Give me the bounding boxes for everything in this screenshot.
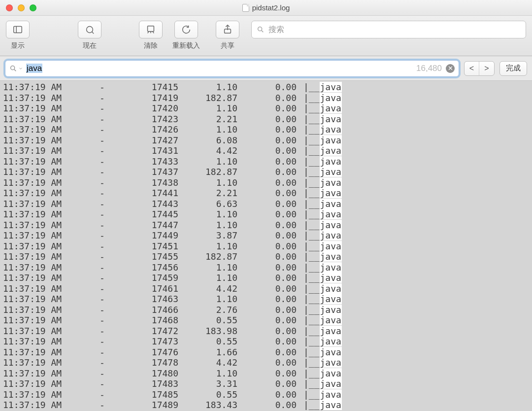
search-match: java [320,251,342,262]
col-user: - [76,326,128,336]
search-match: java [320,273,342,283]
chevron-down-icon[interactable] [18,66,23,71]
col-pid: 17443 [128,199,182,209]
col-value2: 0.00 [241,241,300,251]
col-value2: 0.00 [241,357,300,368]
col-command: |__java [300,357,342,368]
col-value1: 0.55 [182,315,241,325]
log-row: 11:37:19 AM-174493.870.00|__java [0,230,532,241]
col-command: |__java [300,389,342,400]
find-nav-segment: < > [464,61,495,76]
col-command: |__java [300,368,342,378]
find-field[interactable]: java 16,480 ✕ [5,60,459,77]
col-time: 11:37:19 AM [0,305,76,315]
svg-rect-4 [148,26,154,32]
col-time: 11:37:19 AM [0,103,76,113]
col-value1: 0.55 [182,389,241,400]
col-user: - [76,230,128,240]
col-command: |__java [300,188,342,198]
find-done-button[interactable]: 完成 [499,61,527,76]
col-user: - [76,209,128,219]
col-value2: 0.00 [241,368,300,378]
col-time: 11:37:19 AM [0,283,76,294]
find-query: java [26,64,42,73]
col-pid: 17459 [128,273,182,283]
col-value1: 1.10 [182,103,241,113]
show-sidebar-button[interactable] [6,21,30,38]
share-button[interactable] [216,21,239,38]
log-row: 11:37:19 AM-174232.210.00|__java [0,114,532,125]
col-value1: 4.42 [182,357,241,368]
col-value1: 4.42 [182,283,241,294]
close-window-button[interactable] [6,4,13,11]
log-row: 11:37:19 AM-174614.420.00|__java [0,283,532,294]
log-row: 11:37:19 AM-174591.100.00|__java [0,273,532,283]
col-value2: 0.00 [241,315,300,325]
col-pid: 17419 [128,93,182,103]
log-content[interactable]: 11:37:19 AM-174151.100.00|__java11:37:19… [0,81,532,411]
col-user: - [76,294,128,304]
search-match: java [320,135,342,145]
search-match: java [320,368,342,378]
col-user: - [76,315,128,325]
col-pid: 17489 [128,400,182,410]
find-prev-button[interactable]: < [465,62,479,75]
find-next-button[interactable]: > [479,62,494,75]
col-time: 11:37:19 AM [0,273,76,283]
search-match: java [320,305,342,315]
col-value2: 0.00 [241,251,300,262]
clear-find-button[interactable]: ✕ [446,64,455,73]
col-command: |__java [300,209,342,219]
col-pid: 17441 [128,188,182,198]
search-match: java [320,262,342,273]
col-user: - [76,389,128,400]
minimize-window-button[interactable] [18,4,25,11]
col-command: |__java [300,251,342,262]
log-row: 11:37:19 AM-174261.100.00|__java [0,124,532,135]
zoom-window-button[interactable] [30,4,36,11]
reload-label: 重新载入 [172,41,200,50]
col-user: - [76,145,128,156]
toolbar-group-show: 显示 [6,21,30,50]
col-value1: 182.87 [182,167,241,177]
col-command: |__java [300,262,342,273]
search-match: java [320,124,342,135]
col-time: 11:37:19 AM [0,251,76,262]
reload-button[interactable] [174,21,198,38]
col-user: - [76,156,128,167]
document-icon [242,4,249,12]
log-row: 11:37:19 AM-174662.760.00|__java [0,305,532,315]
col-user: - [76,114,128,124]
log-row: 11:37:19 AM-174471.100.00|__java [0,220,532,231]
svg-line-9 [14,69,16,71]
col-value1: 182.87 [182,251,241,262]
now-button[interactable] [78,21,101,38]
col-user: - [76,199,128,209]
col-value1: 1.10 [182,294,241,304]
col-value1: 1.10 [182,241,241,251]
col-value1: 2.21 [182,114,241,124]
search-match: java [320,114,342,124]
col-time: 11:37:19 AM [0,93,76,103]
clear-button[interactable] [139,21,163,38]
sidebar-icon [12,24,23,35]
col-time: 11:37:19 AM [0,177,76,188]
col-value1: 6.63 [182,199,241,209]
col-user: - [76,273,128,283]
col-value1: 182.87 [182,93,241,103]
toolbar-group-reload: 重新载入 [172,21,200,50]
col-value2: 0.00 [241,124,300,135]
toolbar-group-now: 现在 [78,21,101,50]
col-value1: 1.10 [182,209,241,219]
col-pid: 17466 [128,305,182,315]
col-command: |__java [300,273,342,283]
col-time: 11:37:19 AM [0,262,76,273]
col-value2: 0.00 [241,273,300,283]
col-user: - [76,220,128,230]
toolbar-search-field[interactable]: 搜索 [251,21,526,38]
log-row: 11:37:19 AM-174833.310.00|__java [0,378,532,389]
col-time: 11:37:19 AM [0,378,76,389]
search-match: java [320,400,342,410]
col-pid: 17449 [128,230,182,240]
col-value2: 0.00 [241,156,300,167]
